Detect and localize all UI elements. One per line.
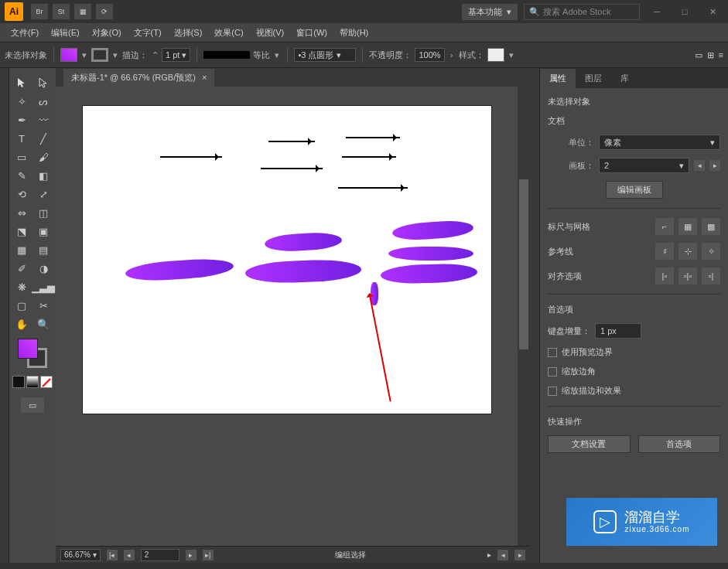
style-dropdown[interactable]: ▾ [508,51,515,59]
minimize-button[interactable]: ─ [646,4,668,19]
zoom-field[interactable]: 66.67% ▾ [60,549,101,561]
align-icon[interactable]: ▭ [695,50,702,60]
lasso-tool[interactable]: ᔕ [33,93,53,110]
ruler-icon[interactable]: ⌐ [655,218,674,235]
shape-builder-tool[interactable]: ⬔ [12,223,32,240]
magic-wand-tool[interactable]: ✧ [12,93,32,110]
fill-color[interactable] [18,339,38,359]
align-center-icon[interactable]: ▫|▫ [678,267,697,284]
artboard[interactable] [82,105,492,414]
smart-guides-icon[interactable]: ✧ [702,243,720,260]
h-scroll-right[interactable]: ▸ [514,550,525,560]
scale-stroke-checkbox[interactable]: 缩放描边和效果 [548,385,720,397]
transform-icon[interactable]: ⊞ [707,50,714,60]
gradient-tool[interactable]: ▤ [33,241,53,258]
artboard-tool[interactable]: ▢ [12,297,32,314]
workspace-switcher[interactable]: 基本功能 ▾ [462,4,518,20]
graph-tool[interactable]: ▁▃▅ [33,278,53,295]
panel-menu-icon[interactable]: ≡ [719,50,723,60]
h-scroll-left[interactable]: ◂ [497,550,508,560]
rectangle-tool[interactable]: ▭ [12,148,32,165]
solid-color[interactable] [12,376,25,388]
guides-show-icon[interactable]: ♯ [655,243,674,260]
shaper-tool[interactable]: ✎ [12,167,32,184]
none-color[interactable] [40,376,53,388]
gradient-color[interactable] [26,376,39,388]
menu-object[interactable]: 对象(O) [86,25,128,41]
close-tab-icon[interactable]: × [202,73,207,82]
preferences-button[interactable]: 首选项 [638,435,721,453]
selection-tool[interactable] [12,74,32,91]
preview-bounds-checkbox[interactable]: 使用预览边界 [548,346,720,358]
artboard-nav-field[interactable]: 2 [141,549,179,561]
prev-artboard[interactable]: ◂ [694,160,705,171]
stock-button[interactable]: St [53,4,70,19]
blend-tool[interactable]: ◑ [33,260,53,277]
brush-def[interactable]: • 3 点圆形 ▾ [294,48,356,62]
eyedropper-tool[interactable]: ✐ [12,260,32,277]
menu-type[interactable]: 文字(T) [128,25,168,41]
close-button[interactable]: ✕ [702,4,723,19]
maximize-button[interactable]: □ [674,4,696,19]
next-artboard-button[interactable]: ▸ [186,550,197,560]
tab-properties[interactable]: 属性 [540,69,576,88]
document-tab[interactable]: 未标题-1* @ 66.67% (RGB/预览) × [63,69,214,87]
scale-corners-checkbox[interactable]: 缩放边角 [548,366,720,377]
first-artboard-button[interactable]: |◂ [107,550,118,560]
arrange-docs-button[interactable]: ▦ [74,4,91,19]
menu-help[interactable]: 帮助(H) [333,25,374,41]
prev-artboard-button[interactable]: ◂ [124,550,135,560]
style-swatch[interactable] [487,48,504,62]
paintbrush-tool[interactable]: 🖌 [33,148,53,165]
stroke-weight-input[interactable]: 1 pt ▾ [162,48,190,62]
perspective-tool[interactable]: ▣ [33,223,53,240]
kbd-increment-input[interactable]: 1 px [595,323,641,339]
symbol-sprayer-tool[interactable]: ❋ [12,278,32,295]
pen-tool[interactable]: ✒ [12,111,32,128]
width-tool[interactable]: ⇔ [12,204,32,221]
align-left-icon[interactable]: |▫ [655,267,674,284]
stroke-swatch[interactable] [91,48,108,62]
menu-window[interactable]: 窗口(W) [290,25,333,41]
fill-stroke-proxy[interactable] [18,339,47,368]
mesh-tool[interactable]: ▦ [12,241,32,258]
line-tool[interactable]: ╱ [33,130,53,147]
hand-tool[interactable]: ✋ [12,315,32,332]
eraser-tool[interactable]: ◧ [33,167,53,184]
left-panel-strip[interactable] [0,68,9,563]
free-transform-tool[interactable]: ◫ [33,204,53,221]
menu-view[interactable]: 视图(V) [250,25,291,41]
fill-dropdown[interactable]: ▾ [80,51,88,59]
tab-libraries[interactable]: 库 [611,69,638,88]
unit-dropdown[interactable]: 像素▾ [599,135,720,150]
artboard-dropdown[interactable]: 2▾ [599,158,689,173]
menu-effect[interactable]: 效果(C) [208,25,249,41]
transparency-grid-icon[interactable]: ▩ [702,218,720,235]
vertical-scrollbar[interactable] [518,87,530,546]
type-tool[interactable]: T [12,130,32,147]
zoom-tool[interactable]: 🔍 [33,315,53,332]
uniform-dropdown[interactable]: ▾ [273,51,281,59]
opacity-input[interactable]: 100% [415,48,444,62]
menu-file[interactable]: 文件(F) [5,25,45,41]
stroke-dropdown[interactable]: ▾ [111,51,119,59]
last-artboard-button[interactable]: ▸| [203,550,214,560]
menu-edit[interactable]: 编辑(E) [45,25,86,41]
edit-artboard-button[interactable]: 编辑画板 [606,181,663,199]
slice-tool[interactable]: ✂ [33,297,53,314]
rotate-tool[interactable]: ⟲ [12,186,32,203]
bridge-button[interactable]: Br [31,4,48,19]
guides-lock-icon[interactable]: ⊹ [678,243,697,260]
status-menu[interactable]: ▸ [487,550,491,559]
next-artboard[interactable]: ▸ [709,160,720,171]
opacity-arrow[interactable]: › [448,51,456,59]
tab-layers[interactable]: 图层 [576,69,611,88]
menu-select[interactable]: 选择(S) [168,25,209,41]
stroke-profile[interactable] [203,51,250,59]
canvas[interactable] [56,87,518,546]
align-right-icon[interactable]: ▫| [702,267,720,284]
curvature-tool[interactable]: 〰 [33,111,53,128]
fill-swatch[interactable] [60,48,77,62]
sync-button[interactable]: ⟳ [96,4,113,19]
screen-mode-button[interactable]: ▭ [21,397,44,413]
